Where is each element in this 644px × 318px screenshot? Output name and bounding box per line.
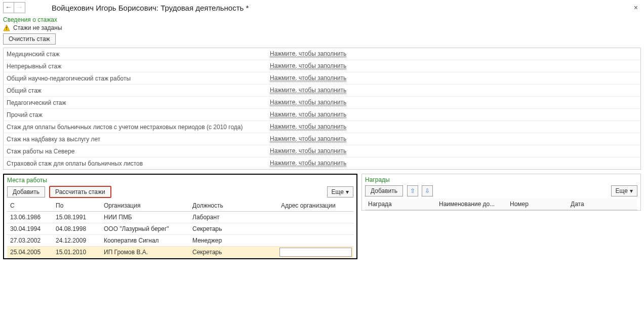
experience-label: Стаж работы на Севере xyxy=(7,148,270,155)
table-cell-org[interactable]: Кооператив Сигнал xyxy=(101,235,189,247)
nav-back-button[interactable]: ← xyxy=(3,2,14,13)
experience-row: Общий стажНажмите, чтобы заполнить xyxy=(4,85,640,97)
col-award[interactable]: Награда xyxy=(365,198,436,210)
awards-more-button[interactable]: Еще ▾ xyxy=(611,185,637,196)
warning-icon xyxy=(3,24,10,31)
table-row[interactable]: 30.04.199404.08.1998ООО "Лазурный берег"… xyxy=(7,223,353,235)
table-cell-addr[interactable] xyxy=(278,212,353,223)
table-cell-addr[interactable] xyxy=(278,223,353,235)
table-cell-from[interactable]: 13.06.1986 xyxy=(7,212,53,223)
experience-label: Педагогический стаж xyxy=(7,99,270,106)
table-cell-from[interactable]: 25.04.2005 xyxy=(7,247,53,258)
col-addr[interactable]: Адрес организации xyxy=(278,200,353,212)
workplaces-panel: Места работы Добавить Рассчитать стажи Е… xyxy=(3,174,357,259)
experience-label: Стаж для оплаты больничных листов с учет… xyxy=(7,124,270,131)
col-doc[interactable]: Наименование до... xyxy=(436,198,507,210)
experience-row: Стаж работы на СевереНажмите, чтобы запо… xyxy=(4,145,640,157)
experience-row: Общий научно-педагогический стаж работыН… xyxy=(4,72,640,85)
address-edit-input[interactable] xyxy=(279,248,352,257)
col-number[interactable]: Номер xyxy=(507,198,568,210)
svg-rect-2 xyxy=(6,29,7,30)
experience-fill-link[interactable]: Нажмите, чтобы заполнить xyxy=(270,147,346,155)
chevron-down-icon: ▾ xyxy=(346,188,349,195)
col-to[interactable]: По xyxy=(53,200,101,212)
experience-label: Общий научно-педагогический стаж работы xyxy=(7,75,270,82)
experience-fill-link[interactable]: Нажмите, чтобы заполнить xyxy=(270,99,346,106)
awards-title: Награды xyxy=(365,176,637,183)
table-cell-to[interactable]: 24.12.2009 xyxy=(53,235,101,247)
experience-label: Непрерывный стаж xyxy=(7,63,270,70)
arrow-up-icon: ⇧ xyxy=(410,187,415,194)
table-cell-post[interactable]: Лаборант xyxy=(189,212,278,223)
close-button[interactable]: × xyxy=(631,3,641,13)
chevron-down-icon: ▾ xyxy=(630,187,633,194)
experience-label: Стаж на надбавку за выслугу лет xyxy=(7,136,270,143)
workplaces-more-button[interactable]: Еще ▾ xyxy=(327,186,353,197)
clear-experience-button[interactable]: Очистить стаж xyxy=(3,33,56,45)
experience-row: Педагогический стажНажмите, чтобы заполн… xyxy=(4,97,640,109)
awards-move-up-button[interactable]: ⇧ xyxy=(407,185,418,196)
table-cell-post[interactable]: Секретарь xyxy=(189,223,278,235)
experience-fill-link[interactable]: Нажмите, чтобы заполнить xyxy=(270,123,346,131)
table-row[interactable]: 25.04.200515.01.2010ИП Громов В.А.Секрет… xyxy=(7,247,353,258)
table-cell-from[interactable]: 30.04.1994 xyxy=(7,223,53,235)
table-cell-addr[interactable] xyxy=(278,247,353,258)
awards-more-label: Еще xyxy=(616,187,628,194)
experience-section-title: Сведения о стажах xyxy=(3,16,641,23)
experience-row: Стаж для оплаты больничных листов с учет… xyxy=(4,121,640,133)
page-title: Войцехович Игорь Борисович: Трудовая дея… xyxy=(30,4,249,12)
experience-row: Медицинский стажНажмите, чтобы заполнить xyxy=(4,48,640,60)
awards-add-button[interactable]: Добавить xyxy=(365,185,403,196)
experience-warning-text: Стажи не заданы xyxy=(13,24,62,31)
nav-forward-button[interactable]: → xyxy=(14,2,25,13)
table-cell-to[interactable]: 04.08.1998 xyxy=(53,223,101,235)
table-cell-from[interactable]: 27.03.2002 xyxy=(7,235,53,247)
experience-fill-link[interactable]: Нажмите, чтобы заполнить xyxy=(270,62,346,70)
col-from[interactable]: С xyxy=(7,200,53,212)
experience-panel: Медицинский стажНажмите, чтобы заполнить… xyxy=(3,48,641,170)
experience-fill-link[interactable]: Нажмите, чтобы заполнить xyxy=(270,135,346,143)
experience-fill-link[interactable]: Нажмите, чтобы заполнить xyxy=(270,160,346,167)
workplaces-add-button[interactable]: Добавить xyxy=(7,186,45,197)
arrow-left-icon: ← xyxy=(5,3,12,11)
experience-label: Страховой стаж для оплаты больничных лис… xyxy=(7,160,270,167)
awards-move-down-button[interactable]: ⇩ xyxy=(422,185,433,196)
experience-fill-link[interactable]: Нажмите, чтобы заполнить xyxy=(270,74,346,82)
table-row[interactable]: 27.03.200224.12.2009Кооператив СигналМен… xyxy=(7,235,353,247)
awards-panel: Награды Добавить ⇧ ⇩ Еще ▾ xyxy=(361,174,641,211)
experience-label: Медицинский стаж xyxy=(7,51,270,58)
workplaces-table[interactable]: С По Организация Должность Адрес организ… xyxy=(7,200,353,258)
arrow-down-icon: ⇩ xyxy=(425,187,430,194)
experience-row: Стаж на надбавку за выслугу летНажмите, … xyxy=(4,133,640,145)
table-cell-to[interactable]: 15.08.1991 xyxy=(53,212,101,223)
svg-rect-1 xyxy=(6,27,7,29)
col-date[interactable]: Дата xyxy=(568,198,637,210)
table-cell-org[interactable]: НИИ ПМБ xyxy=(101,212,189,223)
table-cell-post[interactable]: Секретарь xyxy=(189,247,278,258)
experience-label: Прочий стаж xyxy=(7,111,270,118)
experience-row: Страховой стаж для оплаты больничных лис… xyxy=(4,157,640,169)
experience-row: Непрерывный стажНажмите, чтобы заполнить xyxy=(4,60,640,72)
table-cell-org[interactable]: ООО "Лазурный берег" xyxy=(101,223,189,235)
experience-row: Прочий стажНажмите, чтобы заполнить xyxy=(4,109,640,121)
calculate-experience-button[interactable]: Рассчитать стажи xyxy=(49,186,111,198)
arrow-right-icon: → xyxy=(16,3,23,11)
experience-label: Общий стаж xyxy=(7,87,270,94)
table-cell-to[interactable]: 15.01.2010 xyxy=(53,247,101,258)
table-cell-org[interactable]: ИП Громов В.А. xyxy=(101,247,189,258)
more-label: Еще xyxy=(332,188,344,195)
table-cell-post[interactable]: Менеджер xyxy=(189,235,278,247)
close-icon: × xyxy=(634,4,638,12)
experience-fill-link[interactable]: Нажмите, чтобы заполнить xyxy=(270,87,346,94)
table-cell-addr[interactable] xyxy=(278,235,353,247)
col-org[interactable]: Организация xyxy=(101,200,189,212)
workplaces-title: Места работы xyxy=(7,177,353,184)
table-row[interactable]: 13.06.198615.08.1991НИИ ПМБЛаборант xyxy=(7,212,353,223)
experience-fill-link[interactable]: Нажмите, чтобы заполнить xyxy=(270,111,346,118)
awards-table[interactable]: Награда Наименование до... Номер Дата xyxy=(365,198,637,210)
experience-fill-link[interactable]: Нажмите, чтобы заполнить xyxy=(270,50,346,58)
col-post[interactable]: Должность xyxy=(189,200,278,212)
